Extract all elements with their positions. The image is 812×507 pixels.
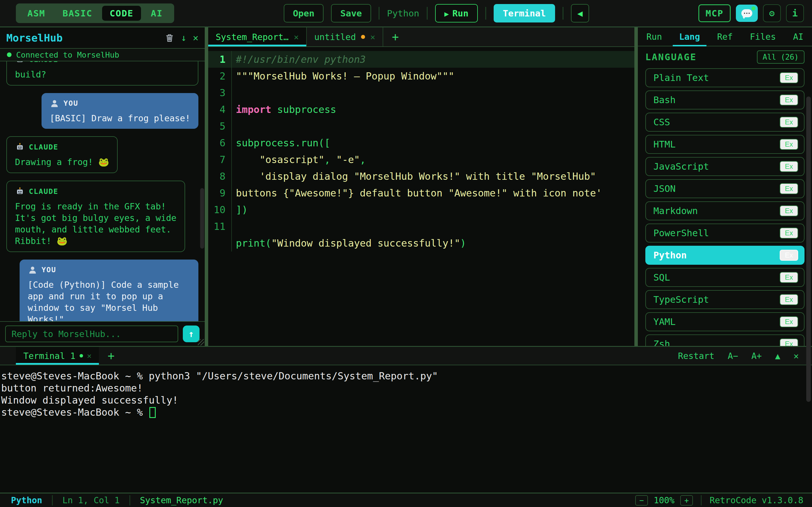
example-button[interactable]: Ex [780, 338, 798, 346]
run-button[interactable]: ▶Run [435, 4, 478, 22]
resize-grip[interactable] [198, 339, 204, 345]
example-button[interactable]: Ex [780, 294, 798, 305]
mode-tab-asm[interactable]: ASM [20, 6, 53, 21]
arrow-up-icon: ↑ [188, 328, 194, 339]
language-item-html[interactable]: HTMLEx [645, 135, 805, 154]
example-button[interactable]: Ex [780, 228, 798, 238]
open-button[interactable]: Open [284, 4, 324, 22]
all-languages-filter-button[interactable]: All (26) [757, 50, 805, 64]
tab-close-icon[interactable]: ✕ [294, 32, 299, 42]
chat-scrollbar[interactable] [200, 188, 204, 248]
example-button[interactable]: Ex [780, 250, 798, 261]
editor-tab-untitled[interactable]: untitled✕ [307, 27, 383, 46]
message-author: YOU [42, 264, 56, 276]
panel-tab-run[interactable]: Run [644, 27, 664, 46]
language-item-yaml[interactable]: YAMLEx [645, 312, 805, 331]
language-name: SQL [653, 272, 670, 283]
zoom-in-button[interactable]: + [680, 495, 693, 506]
clear-chat-button[interactable] [165, 33, 174, 43]
example-button[interactable]: Ex [780, 72, 798, 83]
code-text: "osascript", "-e", [232, 151, 366, 168]
terminal-tab[interactable]: Terminal 1 ✕ [16, 347, 99, 365]
language-list[interactable]: Plain TextExBashExCSSExHTMLExJavaScriptE… [638, 68, 812, 346]
language-item-typescript[interactable]: TypeScriptEx [645, 290, 805, 309]
save-button[interactable]: Save [331, 4, 371, 22]
mode-tab-code[interactable]: CODE [102, 6, 141, 21]
language-item-zsh[interactable]: ZshEx [645, 334, 805, 346]
language-item-css[interactable]: CSSEx [645, 113, 805, 132]
panel-tab-ai[interactable]: AI [791, 27, 806, 46]
info-button[interactable]: i [786, 4, 804, 22]
example-button[interactable]: Ex [780, 316, 798, 327]
terminal-restart-button[interactable]: Restart [678, 351, 714, 361]
toolbar-divider [427, 7, 427, 19]
example-button[interactable]: Ex [780, 95, 798, 105]
terminal-close-button[interactable]: ✕ [794, 351, 799, 361]
language-item-sql[interactable]: SQLEx [645, 268, 805, 287]
run-label: Run [452, 8, 468, 18]
terminal-output[interactable]: steve@Steves-MacBook ~ % python3 "/Users… [0, 365, 812, 493]
line-number: 3 [208, 84, 232, 101]
code-text: buttons {"Awesome!"} default button "Awe… [232, 185, 602, 202]
close-panel-button[interactable]: ✕ [193, 33, 198, 42]
chat-message-list[interactable]: CLAUDEbuild?YOU[BASIC] Draw a frog pleas… [0, 61, 205, 321]
language-item-powershell[interactable]: PowerShellEx [645, 224, 805, 242]
statusbar-filename: System_Report.py [140, 495, 223, 505]
statusbar-divider: │ [127, 495, 132, 505]
terminal-panel: Terminal 1 ✕ + Restart A− A+ ▲ ✕ steve@S… [0, 347, 812, 493]
active-language-indicator: Python [387, 8, 419, 18]
mcp-button[interactable]: MCP [698, 4, 731, 22]
example-button[interactable]: Ex [780, 272, 798, 283]
trash-icon [165, 33, 174, 43]
panel-scrollbar[interactable] [806, 97, 811, 402]
assistant-message: CLAUDEDrawing a frog! 🐸 [6, 136, 118, 173]
gear-icon: ⚙ [769, 8, 774, 19]
back-button[interactable]: ◀ [571, 4, 589, 22]
tab-label: System_Report… [216, 32, 289, 42]
line-number: 11 [208, 218, 232, 235]
code-text [232, 84, 236, 101]
example-button[interactable]: Ex [780, 139, 798, 150]
example-button[interactable]: Ex [780, 206, 798, 216]
example-button[interactable]: Ex [780, 161, 798, 172]
language-item-plain-text[interactable]: Plain TextEx [645, 68, 805, 87]
scroll-top-button[interactable]: ▲ [775, 351, 780, 361]
toolbar-right: MCP ⚙ i [698, 4, 804, 22]
example-button[interactable]: Ex [780, 117, 798, 128]
send-button[interactable]: ↑ [183, 326, 200, 342]
terminal-tab-close-icon[interactable]: ✕ [87, 351, 92, 360]
terminal-toggle-button[interactable]: Terminal [494, 4, 555, 22]
tab-label: untitled [314, 32, 356, 42]
example-button[interactable]: Ex [780, 183, 798, 194]
language-item-bash[interactable]: BashEx [645, 91, 805, 109]
font-increase-button[interactable]: A+ [752, 351, 762, 361]
panel-tab-lang[interactable]: Lang [677, 27, 702, 46]
scroll-to-bottom-button[interactable]: ↓ [181, 33, 186, 42]
language-name: JavaScript [653, 161, 709, 172]
info-icon: i [792, 8, 798, 19]
language-item-markdown[interactable]: MarkdownEx [645, 202, 805, 220]
editor-tab-systemreport[interactable]: System_Report…✕ [208, 27, 307, 46]
language-item-python[interactable]: PythonEx [645, 246, 805, 265]
language-item-json[interactable]: JSONEx [645, 179, 805, 198]
mode-tab-basic[interactable]: BASIC [55, 6, 100, 21]
terminal-tab-label: Terminal 1 [23, 351, 75, 361]
panel-tab-ref[interactable]: Ref [715, 27, 735, 46]
mode-tab-ai[interactable]: AI [143, 6, 170, 21]
chat-button[interactable] [736, 5, 758, 22]
settings-button[interactable]: ⚙ [763, 4, 781, 22]
code-area[interactable]: 1#!/usr/bin/env python32"""MorselHub Wor… [208, 47, 635, 346]
user-icon [50, 99, 59, 108]
font-decrease-button[interactable]: A− [728, 351, 738, 361]
line-number: 8 [208, 168, 232, 185]
panel-tab-files[interactable]: Files [748, 27, 778, 46]
new-terminal-button[interactable]: + [99, 347, 123, 365]
code-line: 9buttons {"Awesome!"} default button "Aw… [208, 185, 635, 202]
new-file-tab-button[interactable]: + [383, 27, 407, 46]
language-item-javascript[interactable]: JavaScriptEx [645, 157, 805, 176]
tab-close-icon[interactable]: ✕ [370, 32, 375, 42]
zoom-out-button[interactable]: − [635, 495, 648, 506]
reply-input[interactable] [5, 326, 178, 342]
line-number: 2 [208, 68, 232, 84]
language-section-header: LANGUAGE All (26) [638, 46, 812, 68]
